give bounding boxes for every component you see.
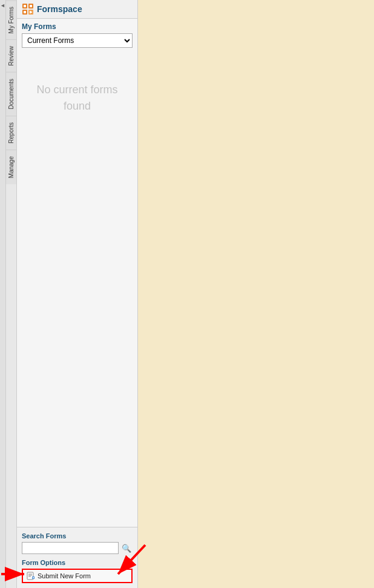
app-title-bar: Formspace bbox=[17, 0, 137, 19]
no-forms-message: No current forms found bbox=[17, 82, 137, 114]
svg-rect-5 bbox=[30, 5, 32, 7]
forms-list-area: No current forms found bbox=[17, 51, 137, 527]
search-icon: 🔍 bbox=[122, 544, 131, 553]
collapse-panel-btn[interactable]: ◄ bbox=[0, 0, 6, 588]
tab-documents[interactable]: Documents bbox=[6, 72, 16, 116]
svg-rect-8 bbox=[30, 11, 31, 13]
search-forms-label: Search Forms bbox=[22, 532, 133, 540]
forms-dropdown[interactable]: Current Forms Past Forms Draft Forms bbox=[22, 33, 133, 48]
svg-rect-6 bbox=[24, 11, 26, 13]
search-row: 🔍 bbox=[22, 542, 133, 554]
search-input[interactable] bbox=[22, 542, 119, 554]
submit-new-form-button[interactable]: Submit New Form bbox=[22, 569, 133, 583]
submit-new-form-label: Submit New Form bbox=[38, 572, 91, 580]
sidebar: Formspace My Forms Current Forms Past Fo… bbox=[17, 0, 138, 588]
submit-form-icon bbox=[27, 572, 35, 580]
svg-rect-4 bbox=[24, 5, 26, 7]
tab-my-forms[interactable]: My Forms bbox=[6, 0, 16, 39]
search-button[interactable]: 🔍 bbox=[120, 542, 133, 554]
app-title: Formspace bbox=[37, 4, 82, 14]
tab-manage[interactable]: Manage bbox=[6, 150, 16, 184]
form-options-label: Form Options bbox=[22, 559, 133, 566]
my-forms-label: My Forms bbox=[17, 19, 137, 32]
formspace-logo-icon bbox=[22, 3, 34, 15]
main-content-area bbox=[138, 0, 374, 588]
tab-reports[interactable]: Reports bbox=[6, 116, 16, 150]
sidebar-bottom: Search Forms 🔍 Form Options bbox=[17, 527, 137, 588]
tab-review[interactable]: Review bbox=[6, 39, 16, 72]
